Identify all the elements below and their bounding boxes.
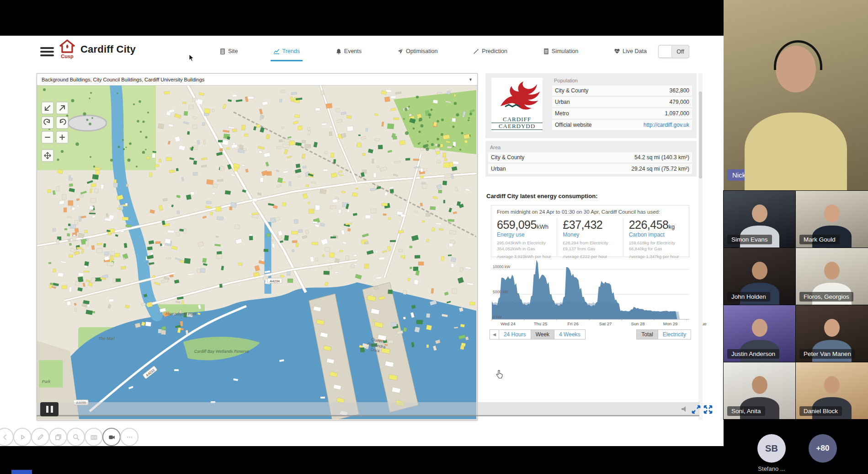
participant-video-peter-van-manen[interactable]: Peter Van Manen bbox=[796, 305, 868, 362]
nav-tabs: SiteTrendsEventsOptimisationPredictionSi… bbox=[219, 36, 647, 67]
tab-label: Trends bbox=[282, 48, 299, 54]
participant-video-soni-anita[interactable]: Soni, Anita bbox=[724, 362, 795, 419]
tab-events[interactable]: Events bbox=[335, 36, 362, 67]
participant-video-justin-anderson[interactable]: Justin Anderson bbox=[724, 305, 795, 362]
energy-chart: 10000 kW5000 kW0 kW bbox=[488, 260, 693, 320]
svg-text:The Marl: The Marl bbox=[98, 336, 115, 341]
tab-prediction[interactable]: Prediction bbox=[473, 36, 507, 67]
info-row-value: 29.24 sq mi (75.72 km²) bbox=[631, 166, 689, 172]
participant-video-floros-georgios[interactable]: Floros, Georgios bbox=[796, 248, 868, 305]
energy-heading: Cardiff City latest energy consumption: bbox=[486, 193, 597, 199]
search-icon[interactable] bbox=[67, 428, 85, 446]
participant-name: Soni, Anita bbox=[727, 406, 765, 416]
info-row-value: 362,800 bbox=[670, 87, 689, 94]
tab-live-data[interactable]: Live Data bbox=[614, 36, 647, 67]
pop-out-icon[interactable] bbox=[691, 404, 701, 415]
stat-label: Carbon impact bbox=[629, 232, 683, 238]
participant-name: Floros, Georgios bbox=[799, 292, 853, 302]
map-control[interactable] bbox=[56, 117, 68, 129]
tab-label: Live Data bbox=[623, 48, 647, 54]
avatar-sb[interactable]: SB bbox=[757, 434, 786, 463]
range-button-4-weeks[interactable]: 4 Weeks bbox=[554, 329, 585, 339]
participant-video-mark-gould[interactable]: Mark Gould bbox=[796, 191, 868, 248]
map-layers-dropdown[interactable]: Background Buildings, City Council Build… bbox=[37, 74, 477, 86]
tab-site[interactable]: Site bbox=[219, 36, 238, 67]
live-data-toggle[interactable]: Off bbox=[658, 45, 689, 58]
series-button-electricity[interactable]: Electricity bbox=[658, 329, 691, 339]
map-control[interactable] bbox=[42, 150, 53, 162]
chart-x-label: Fri 26 bbox=[563, 321, 583, 326]
crest-line2: CAERDYDD bbox=[491, 123, 543, 130]
participant-video-simon-evans[interactable]: Simon Evans bbox=[724, 191, 795, 248]
info-row: City & County54.2 sq mi (140.3 km²) bbox=[488, 152, 692, 162]
map-control[interactable] bbox=[42, 102, 53, 114]
participant-name: Daniel Block bbox=[799, 406, 842, 416]
range-button-24-hours[interactable]: 24 Hours bbox=[499, 329, 531, 339]
chart-x-label: Tue bbox=[693, 321, 713, 326]
cusp-house-icon bbox=[59, 39, 75, 53]
svg-text:Park: Park bbox=[42, 379, 51, 384]
info-row-label: Urban bbox=[555, 99, 570, 105]
info-row: Urban29.24 sq mi (75.72 km²) bbox=[488, 164, 692, 174]
pen-icon[interactable] bbox=[31, 428, 49, 446]
stat-value: £37,432 bbox=[563, 218, 617, 232]
area-header: Area bbox=[490, 145, 501, 150]
stat-detail: £9,137 from Gas bbox=[563, 246, 617, 252]
stage-letterbox-top bbox=[0, 0, 724, 36]
keyboard-icon[interactable] bbox=[85, 428, 103, 446]
stat-detail: 295,043kWh in Electricity bbox=[497, 240, 551, 246]
crest-line1: CARDIFF bbox=[491, 116, 543, 123]
crest-text: CARDIFF CAERDYDD bbox=[491, 116, 543, 130]
info-row-label: Metro bbox=[555, 110, 569, 117]
stage-letterbox-bottom bbox=[0, 446, 724, 474]
series-toggle-group: TotalElectricity bbox=[637, 329, 691, 339]
stat-detail: £28,294 from Electricity bbox=[563, 240, 617, 246]
series-button-total[interactable]: Total bbox=[636, 329, 658, 339]
energy-stat-carbon-impact: 226,458kgCarbon impact159,618kg for Elec… bbox=[623, 218, 689, 257]
range-button-week[interactable]: Week bbox=[531, 329, 554, 339]
cusp-brand-text: Cusp bbox=[58, 54, 76, 59]
chevron-down-icon: ▼ bbox=[469, 77, 473, 82]
city-info-panel: CARDIFF CAERDYDD Population City & Count… bbox=[485, 73, 697, 420]
info-row: City & County362,800 bbox=[552, 86, 692, 96]
map-control[interactable] bbox=[56, 131, 68, 143]
map-layers-value: Background Buildings, City Council Build… bbox=[42, 77, 204, 82]
fullscreen-icon[interactable] bbox=[703, 404, 713, 415]
avatar-overflow-count[interactable]: +80 bbox=[809, 434, 837, 463]
hamburger-menu-icon[interactable] bbox=[40, 47, 54, 56]
map-3d-view[interactable]: The MarlHamadryad ParkCardiff Bay Wetlan… bbox=[37, 86, 476, 419]
participant-name: Simon Evans bbox=[727, 235, 772, 244]
chart-x-label: Thu 25 bbox=[531, 321, 551, 326]
svg-text:0 kW: 0 kW bbox=[493, 315, 501, 319]
overflow-avatars: SB +80 Stefano ... bbox=[724, 420, 868, 474]
camera-icon[interactable] bbox=[102, 428, 121, 446]
participant-video-daniel-block[interactable]: Daniel Block bbox=[796, 362, 868, 419]
tab-simulation[interactable]: Simulation bbox=[543, 36, 578, 67]
more-icon[interactable] bbox=[120, 428, 138, 446]
map-control[interactable] bbox=[42, 131, 53, 143]
website-link[interactable]: http://cardiff.gov.uk bbox=[644, 122, 689, 128]
panel-scrollbar[interactable] bbox=[698, 73, 703, 420]
stat-label: Money bbox=[563, 232, 617, 238]
main-speaker-video[interactable]: Nick Tune bbox=[724, 0, 868, 191]
tab-optimisation[interactable]: Optimisation bbox=[397, 36, 437, 67]
chart-prev-button[interactable]: ◀ bbox=[490, 329, 499, 339]
play-icon[interactable] bbox=[13, 428, 32, 446]
tab-label: Simulation bbox=[552, 48, 578, 54]
participant-video-john-holden[interactable]: John Holden bbox=[724, 248, 795, 305]
info-row-label: Official website bbox=[555, 122, 591, 128]
copy-icon[interactable] bbox=[49, 428, 67, 446]
pause-button[interactable] bbox=[40, 402, 59, 416]
info-row-value: 479,000 bbox=[670, 99, 689, 105]
energy-stats: 659,095kWhEnergy use295,043kWh in Electr… bbox=[491, 218, 689, 257]
video-progress-bar[interactable] bbox=[37, 402, 699, 416]
chevron-left-icon[interactable] bbox=[0, 428, 14, 446]
shared-screen: Cusp Cardiff City SiteTrendsEventsOptimi… bbox=[0, 36, 724, 446]
stat-detail: 159,618kg for Electricity bbox=[629, 240, 683, 246]
volume-icon[interactable] bbox=[680, 404, 689, 414]
tab-trends[interactable]: Trends bbox=[273, 36, 299, 67]
energy-subheading: From midnight on 24 Apr to 01:30 on 30 A… bbox=[497, 209, 660, 215]
scrollbar-thumb[interactable] bbox=[699, 92, 702, 178]
map-control[interactable] bbox=[42, 117, 53, 129]
map-control[interactable] bbox=[56, 102, 68, 114]
